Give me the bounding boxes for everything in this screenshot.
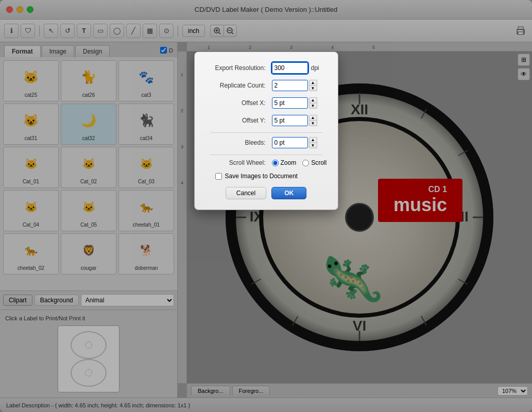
offset-y-stepper: ▲ ▼ [309,115,317,126]
replicate-count-stepper: ▲ ▼ [309,80,317,91]
bleeds-up-button[interactable]: ▲ [309,137,317,143]
scroll-wheel-options: Zoom Scroll [272,159,327,166]
scroll-radio[interactable] [302,160,309,166]
replicate-down-button[interactable]: ▼ [309,85,317,91]
scroll-wheel-label: Scroll Wheel: [210,159,272,166]
replicate-count-row: Replicate Count: ▲ ▼ [210,80,322,91]
zoom-radio[interactable] [272,160,279,166]
offset-y-down-button[interactable]: ▼ [309,121,317,126]
save-images-row: Save Images to Document [210,173,322,180]
bleeds-label: Bleeds: [210,139,272,146]
scroll-wheel-row: Scroll Wheel: Zoom Scroll [210,159,322,166]
zoom-radio-label: Zoom [281,159,297,166]
scroll-radio-label: Scroll [311,159,327,166]
bleeds-input[interactable] [272,137,308,148]
offset-y-up-button[interactable]: ▲ [309,115,317,121]
offset-y-row: Offset Y: ▲ ▼ [210,115,322,126]
bleeds-row: Bleeds: ▲ ▼ [210,137,322,148]
export-resolution-unit: dpi [311,64,319,72]
scroll-radio-option[interactable]: Scroll [302,159,327,166]
modal-separator-2 [210,154,322,155]
replicate-count-label: Replicate Count: [210,82,272,89]
export-resolution-row: Export Resolution: dpi [210,62,322,74]
export-resolution-label: Export Resolution: [210,64,272,72]
replicate-up-button[interactable]: ▲ [309,80,317,85]
offset-x-up-button[interactable]: ▲ [309,97,317,103]
offset-x-row: Offset X: ▲ ▼ [210,97,322,109]
offset-y-input[interactable] [272,115,308,126]
modal-separator-1 [210,132,322,133]
bleeds-stepper: ▲ ▼ [309,137,317,148]
replicate-count-input[interactable] [272,80,308,91]
export-resolution-input[interactable] [272,62,308,74]
save-images-label: Save Images to Document [225,173,298,180]
offset-x-stepper: ▲ ▼ [309,97,317,109]
ok-button[interactable]: OK [271,187,306,199]
offset-x-down-button[interactable]: ▼ [309,103,317,109]
offset-y-label: Offset Y: [210,117,272,124]
bleeds-down-button[interactable]: ▼ [309,143,317,148]
modal-buttons: Cancel OK [210,187,322,199]
save-images-checkbox[interactable] [215,173,222,180]
cancel-button[interactable]: Cancel [226,187,266,199]
zoom-radio-option[interactable]: Zoom [272,159,297,166]
export-settings-dialog: Export Resolution: dpi Replicate Count: … [194,52,338,210]
modal-overlay: Export Resolution: dpi Replicate Count: … [0,0,532,412]
offset-x-input[interactable] [272,97,308,109]
offset-x-label: Offset X: [210,99,272,107]
